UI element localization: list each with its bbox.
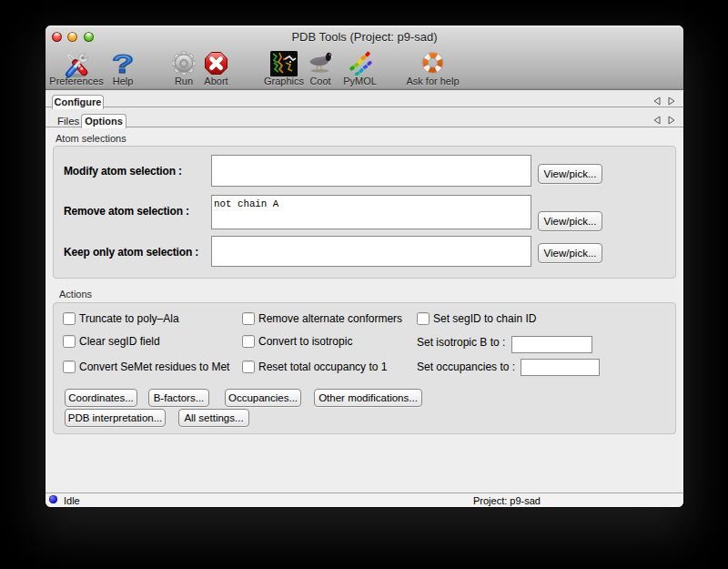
svg-text:?: ? bbox=[112, 51, 134, 76]
